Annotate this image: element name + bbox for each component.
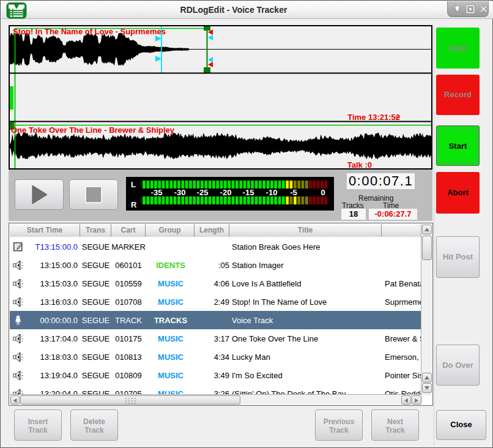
svg-text:Stop! In The Name of Love - Su: Stop! In The Name of Love - Suprmemes <box>13 27 166 36</box>
svg-text:-20: -20 <box>220 188 232 197</box>
svg-text:-25: -25 <box>197 188 209 197</box>
svg-text:R: R <box>131 200 137 209</box>
svg-text:0: 0 <box>321 188 325 197</box>
svg-text:-5: -5 <box>290 188 297 197</box>
svg-text:Talk :0: Talk :0 <box>347 160 372 170</box>
svg-text:-10: -10 <box>266 188 278 197</box>
svg-text:-30: -30 <box>174 188 186 197</box>
svg-text:-35: -35 <box>151 188 163 197</box>
svg-text:One Toke Over The Line - Brewe: One Toke Over The Line - Brewer & Shiple… <box>11 125 175 135</box>
svg-text:Time 13:21:52: Time 13:21:52 <box>347 113 400 122</box>
svg-text:L: L <box>131 180 136 189</box>
svg-text:-15: -15 <box>243 188 254 197</box>
